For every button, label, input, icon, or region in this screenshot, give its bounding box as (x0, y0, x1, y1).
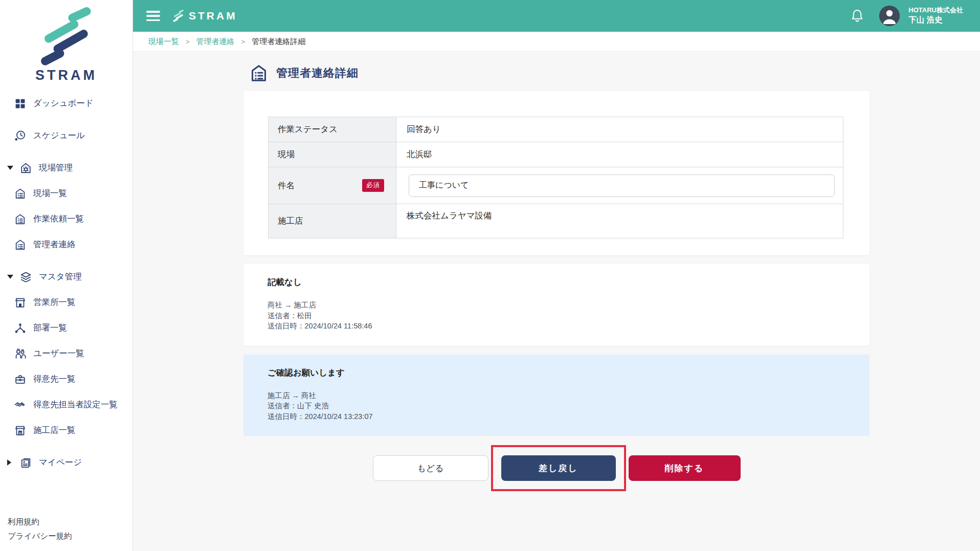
message-meta: 施工店 → 商社 送信者：山下 史浩 送信日時：2024/10/24 13:23… (268, 390, 845, 422)
sidebar-item-label: 得意先担当者設定一覧 (33, 399, 118, 410)
user-list-icon (14, 347, 27, 360)
sidebar-item-schedule[interactable]: スケジュール (0, 123, 132, 148)
sidebar-item-office-list[interactable]: 営業所一覧 (0, 290, 132, 315)
row-value: 回答あり (396, 117, 843, 142)
message-meta: 商社 → 施工店 送信者：松田 送信日時：2024/10/24 11:58:46 (268, 300, 845, 332)
message-direction: 施工店 → 商社 (268, 390, 845, 401)
sidebar-item-client-rep-setting-list[interactable]: 得意先担当者設定一覧 (0, 392, 132, 417)
sidebar-nav: ダッシュボード スケジュール 現場管理 (0, 91, 132, 475)
row-label: 作業ステータス (269, 117, 396, 142)
breadcrumb-separator: > (186, 38, 190, 46)
message-title: ご確認お願いします (268, 367, 845, 379)
sidebar-item-label: 管理者連絡 (33, 239, 76, 250)
message-sender: 送信者：松田 (268, 311, 845, 321)
table-row-contractor: 施工店 株式会社ムラヤマ設備 (269, 204, 843, 238)
user-company: HOTARU株式会社 (908, 6, 963, 15)
page-header: 管理者連絡詳細 (243, 63, 870, 83)
sidebar-item-contractor-list[interactable]: 施工店一覧 (0, 417, 132, 443)
message-card-highlighted: ご確認お願いします 施工店 → 商社 送信者：山下 史浩 送信日時：2024/1… (243, 355, 870, 436)
delete-button[interactable]: 削除する (629, 455, 741, 481)
user-avatar[interactable] (879, 6, 900, 26)
sidebar-item-site-management[interactable]: 現場管理 (0, 155, 132, 181)
hamburger-menu-button[interactable] (146, 11, 160, 21)
person-icon (879, 6, 900, 26)
site-list-icon (14, 187, 27, 200)
sidebar-item-label: 作業依頼一覧 (33, 213, 84, 225)
sidebar-item-label: 営業所一覧 (33, 297, 76, 308)
subject-input[interactable] (409, 174, 835, 197)
row-value: 株式会社ムラヤマ設備 (396, 204, 843, 238)
mypage-icon (19, 456, 32, 469)
sidebar: STRAM ダッシュボード スケジュール (0, 0, 133, 551)
user-info[interactable]: HOTARU株式会社 下山 浩史 (908, 6, 963, 25)
message-sent-at: 送信日時：2024/10/24 11:58:46 (268, 321, 845, 332)
sidebar-item-site-list[interactable]: 現場一覧 (0, 181, 132, 206)
user-name: 下山 浩史 (908, 15, 963, 25)
message-title: 記載なし (268, 277, 845, 288)
sidebar-footer: 利用規約 プライバシー規約 (8, 515, 72, 544)
sidebar-item-admin-contact[interactable]: 管理者連絡 (0, 232, 132, 257)
sidebar-item-mypage[interactable]: マイページ (0, 450, 132, 475)
breadcrumb-admin-contact[interactable]: 管理者連絡 (196, 37, 235, 47)
required-badge: 必須 (362, 179, 384, 192)
client-rep-setting-icon (14, 399, 27, 411)
sidebar-item-user-list[interactable]: ユーザー一覧 (0, 341, 132, 366)
detail-table: 作業ステータス 回答あり 現場 北浜邸 件名 (268, 117, 843, 238)
terms-link[interactable]: 利用規約 (8, 515, 72, 530)
breadcrumb-site-list[interactable]: 現場一覧 (148, 37, 179, 47)
sidebar-item-label: ダッシュボード (33, 98, 94, 109)
row-value: 北浜邸 (396, 142, 843, 167)
department-list-icon (14, 322, 27, 335)
contractor-list-icon (14, 424, 27, 437)
message-direction: 商社 → 施工店 (268, 300, 845, 311)
admin-contact-icon (14, 238, 27, 251)
page-title: 管理者連絡詳細 (276, 65, 359, 81)
notification-bell-icon[interactable] (850, 8, 865, 24)
header-brand-name: STRAM (189, 10, 237, 22)
table-row-work-status: 作業ステータス 回答あり (269, 117, 843, 142)
master-manage-icon (19, 271, 32, 283)
table-row-site: 現場 北浜邸 (269, 142, 843, 167)
detail-card: 作業ステータス 回答あり 現場 北浜邸 件名 (243, 91, 870, 255)
sidebar-item-label: 部署一覧 (33, 322, 67, 334)
header-brand: STRAM (172, 10, 237, 22)
back-button[interactable]: もどる (373, 455, 488, 481)
breadcrumb-separator: > (241, 38, 246, 46)
action-buttons: もどる 差し戻し 削除する (243, 445, 870, 491)
stram-logo-icon-small (172, 10, 185, 22)
app-root: STRAM ダッシュボード スケジュール (0, 0, 980, 551)
dashboard-icon (14, 97, 27, 110)
work-request-list-icon (14, 213, 27, 226)
sidebar-item-work-request-list[interactable]: 作業依頼一覧 (0, 206, 132, 232)
sidebar-item-label: 現場管理 (39, 162, 73, 173)
page-content: 管理者連絡詳細 作業ステータス 回答あり 現場 (133, 52, 980, 551)
annotation-highlight-box: 差し戻し (491, 445, 626, 491)
sidebar-item-label: マスタ管理 (39, 271, 82, 282)
sidebar-item-client-list[interactable]: 得意先一覧 (0, 366, 132, 392)
office-list-icon (14, 296, 27, 309)
stram-logo-icon (36, 7, 97, 67)
table-row-subject: 件名 必須 (269, 167, 843, 204)
message-card: 記載なし 商社 → 施工店 送信者：松田 送信日時：2024/10/24 11:… (243, 264, 870, 346)
sidebar-item-label: マイページ (39, 457, 82, 468)
privacy-link[interactable]: プライバシー規約 (8, 529, 72, 544)
sidebar-item-dashboard[interactable]: ダッシュボード (0, 91, 132, 116)
sidebar-item-department-list[interactable]: 部署一覧 (0, 315, 132, 341)
sidebar-item-label: 現場一覧 (33, 188, 67, 199)
send-back-button[interactable]: 差し戻し (501, 455, 616, 481)
row-label: 件名 必須 (269, 167, 396, 204)
sidebar-item-label: スケジュール (33, 130, 85, 141)
sidebar-item-master-management[interactable]: マスタ管理 (0, 264, 132, 290)
chevron-down-icon (7, 166, 19, 170)
main-column: STRAM HOTARU株式会社 下山 浩史 現場一覧 > (133, 0, 980, 551)
top-header: STRAM HOTARU株式会社 下山 浩史 (133, 0, 980, 32)
row-label: 現場 (269, 142, 396, 167)
client-list-icon (14, 373, 27, 386)
breadcrumb: 現場一覧 > 管理者連絡 > 管理者連絡詳細 (133, 32, 980, 52)
chevron-right-icon (7, 459, 19, 466)
site-manage-icon (19, 162, 32, 174)
sidebar-item-label: 施工店一覧 (33, 425, 76, 436)
chevron-down-icon (7, 275, 19, 279)
message-sent-at: 送信日時：2024/10/24 13:23:07 (268, 411, 845, 422)
admin-contact-detail-icon (249, 63, 269, 83)
